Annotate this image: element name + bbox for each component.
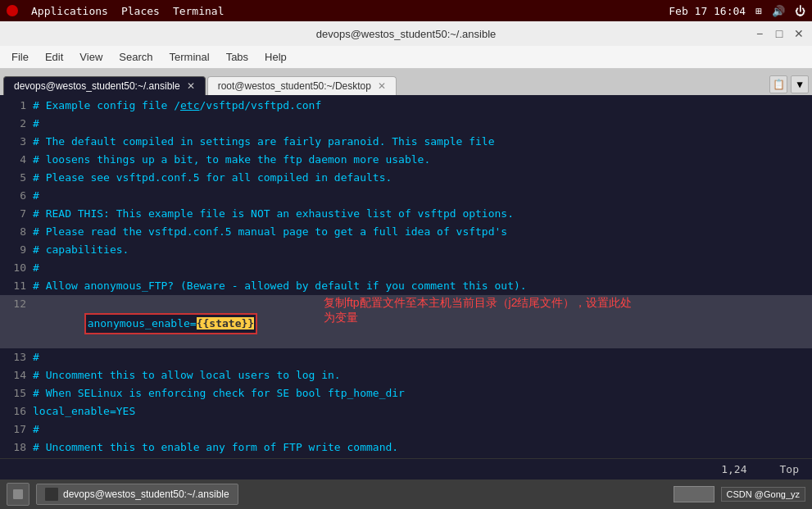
window-title: devops@westos_student50:~/.ansible bbox=[316, 28, 497, 40]
code-line-11: 11 # Allow anonymous_FTP? (Beware - allo… bbox=[0, 277, 812, 295]
window-controls: − □ ✕ bbox=[753, 27, 805, 40]
tab-controls: 📋 ▼ bbox=[769, 75, 809, 95]
line-text-7: # READ THIS: This example file is NOT an… bbox=[33, 205, 514, 223]
line-num-3: 3 bbox=[3, 133, 26, 151]
tab-desktop-label: root@westos_student50:~/Desktop bbox=[218, 80, 371, 92]
minimize-button[interactable]: − bbox=[753, 27, 766, 40]
taskbar-files-icon[interactable] bbox=[7, 483, 29, 506]
scroll-position: Top bbox=[780, 463, 799, 475]
line-text-4: # loosens things up a bit, to make the f… bbox=[33, 151, 430, 169]
tab-desktop[interactable]: root@westos_student50:~/Desktop ✕ bbox=[207, 76, 397, 95]
line-num-11: 11 bbox=[3, 277, 26, 295]
line-text-10: # bbox=[33, 259, 39, 277]
line-num-5: 5 bbox=[3, 169, 26, 187]
line-text-11: # Allow anonymous_FTP? (Beware - allowed… bbox=[33, 277, 527, 295]
editor-area: 1 # Example config file /etc/vsftpd/vsft… bbox=[0, 95, 812, 479]
code-line-8: 8 # Please read the vsftpd.conf.5 manual… bbox=[0, 223, 812, 241]
code-line-18: 18 # Uncomment this to enable any form o… bbox=[0, 439, 812, 457]
line-text-1: # Example config file / bbox=[33, 97, 180, 115]
taskbar-input-box[interactable] bbox=[674, 486, 714, 502]
line-num-15: 15 bbox=[3, 384, 26, 402]
line-text-1c: /vsftpd/vsftpd.conf bbox=[200, 97, 322, 115]
annotation-line2: 为变量 bbox=[324, 310, 358, 325]
taskbar: devops@westos_student50:~/.ansible CSDN … bbox=[0, 479, 812, 509]
redhat-icon bbox=[7, 5, 18, 16]
line-num-18: 18 bbox=[3, 439, 26, 457]
line-num-10: 10 bbox=[3, 259, 26, 277]
annotation-12: 复制ftp配置文件至本主机当前目录（j2结尾文件），设置此处 为变量 bbox=[324, 295, 632, 325]
code-line-3: 3 # The default compiled in settings are… bbox=[0, 133, 812, 151]
code-line-14: 14 # Uncomment this to allow local users… bbox=[0, 366, 812, 384]
line-num-16: 16 bbox=[3, 402, 26, 420]
menu-terminal[interactable]: Terminal bbox=[161, 49, 218, 65]
code-line-5: 5 # Please see vsftpd.conf.5 for all com… bbox=[0, 169, 812, 187]
power-icon[interactable]: ⏻ bbox=[795, 5, 805, 17]
line-text-15: # When SELinux is enforcing check for SE… bbox=[33, 384, 405, 402]
taskbar-right: CSDN @Gong_yz bbox=[674, 486, 805, 502]
line-text-1b: etc bbox=[180, 97, 199, 115]
clock: Feb 17 16:04 bbox=[669, 5, 746, 17]
tab-desktop-close[interactable]: ✕ bbox=[378, 80, 386, 92]
menu-help[interactable]: Help bbox=[256, 49, 295, 65]
line-text-2: # bbox=[33, 115, 39, 133]
menu-bar: File Edit View Search Terminal Tabs Help bbox=[0, 46, 812, 69]
menu-file[interactable]: File bbox=[3, 49, 37, 65]
line-num-13: 13 bbox=[3, 348, 26, 366]
line-num-7: 7 bbox=[3, 205, 26, 223]
status-text: 1,24 Top bbox=[721, 463, 799, 475]
terminal-menu[interactable]: Terminal bbox=[173, 5, 225, 17]
status-bar: 1,24 Top bbox=[0, 458, 812, 479]
code-line-16: 16 local_enable=YES bbox=[0, 402, 812, 420]
tab-ansible-label: devops@westos_student50:~/.ansible bbox=[14, 80, 180, 92]
system-bar: Applications Places Terminal Feb 17 16:0… bbox=[0, 0, 812, 21]
line-num-1: 1 bbox=[3, 97, 26, 115]
cursor-position: 1,24 bbox=[721, 463, 746, 475]
title-bar: devops@westos_student50:~/.ansible − □ ✕ bbox=[0, 21, 812, 46]
code-line-4: 4 # loosens things up a bit, to make the… bbox=[0, 151, 812, 169]
close-button[interactable]: ✕ bbox=[792, 27, 805, 40]
line-text-13: # bbox=[33, 348, 39, 366]
code-line-7: 7 # READ THIS: This example file is NOT … bbox=[0, 205, 812, 223]
code-line-13: 13 # bbox=[0, 348, 812, 366]
code-line-1: 1 # Example config file /etc/vsftpd/vsft… bbox=[0, 97, 812, 115]
menu-search[interactable]: Search bbox=[111, 49, 161, 65]
applications-menu[interactable]: Applications bbox=[31, 5, 108, 17]
line-text-17: # bbox=[33, 420, 39, 439]
taskbar-app-label: devops@westos_student50:~/.ansible bbox=[63, 489, 229, 500]
line-num-8: 8 bbox=[3, 223, 26, 241]
taskbar-terminal-app[interactable]: devops@westos_student50:~/.ansible bbox=[36, 484, 238, 505]
maximize-button[interactable]: □ bbox=[773, 27, 786, 40]
line-text-18: # Uncomment this to enable any form of F… bbox=[33, 439, 398, 457]
menu-view[interactable]: View bbox=[71, 49, 111, 65]
code-line-10: 10 # bbox=[0, 259, 812, 277]
code-line-9: 9 # capabilities. bbox=[0, 241, 812, 259]
network-icon: ⊞ bbox=[755, 5, 762, 17]
sound-icon: 🔊 bbox=[772, 5, 785, 17]
line-num-12: 12 bbox=[3, 295, 26, 313]
annotation-line1: 复制ftp配置文件至本主机当前目录（j2结尾文件），设置此处 bbox=[324, 295, 632, 310]
tab-menu-button[interactable]: ▼ bbox=[791, 75, 809, 93]
tab-ansible[interactable]: devops@westos_student50:~/.ansible ✕ bbox=[3, 76, 206, 95]
line-num-4: 4 bbox=[3, 151, 26, 169]
places-menu[interactable]: Places bbox=[121, 5, 160, 17]
line-num-17: 17 bbox=[3, 420, 26, 439]
line-text-3: # The default compiled in settings are f… bbox=[33, 133, 495, 151]
menu-tabs[interactable]: Tabs bbox=[218, 49, 256, 65]
svg-rect-0 bbox=[13, 489, 23, 499]
menu-edit[interactable]: Edit bbox=[37, 49, 71, 65]
tab-bar: devops@westos_student50:~/.ansible ✕ roo… bbox=[0, 69, 812, 95]
editor-content: 1 # Example config file /etc/vsftpd/vsft… bbox=[0, 95, 812, 458]
line-text-8: # Please read the vsftpd.conf.5 manual p… bbox=[33, 223, 507, 241]
system-bar-right: Feb 17 16:04 ⊞ 🔊 ⏻ bbox=[669, 5, 805, 17]
line-num-14: 14 bbox=[3, 366, 26, 384]
code-line-12: 12 anonymous_enable={{state}} 复制ftp配置文件至… bbox=[0, 295, 812, 348]
line-text-9: # capabilities. bbox=[33, 241, 129, 259]
line-num-9: 9 bbox=[3, 241, 26, 259]
code-prefix-12: anonymous_enable={{state}} bbox=[84, 313, 258, 334]
tab-ansible-close[interactable]: ✕ bbox=[187, 80, 195, 92]
code-line-17: 17 # bbox=[0, 420, 812, 439]
line-text-14: # Uncomment this to allow local users to… bbox=[33, 366, 341, 384]
system-bar-left: Applications Places Terminal bbox=[7, 5, 225, 17]
line-num-6: 6 bbox=[3, 187, 26, 205]
tab-new-button[interactable]: 📋 bbox=[769, 75, 787, 93]
